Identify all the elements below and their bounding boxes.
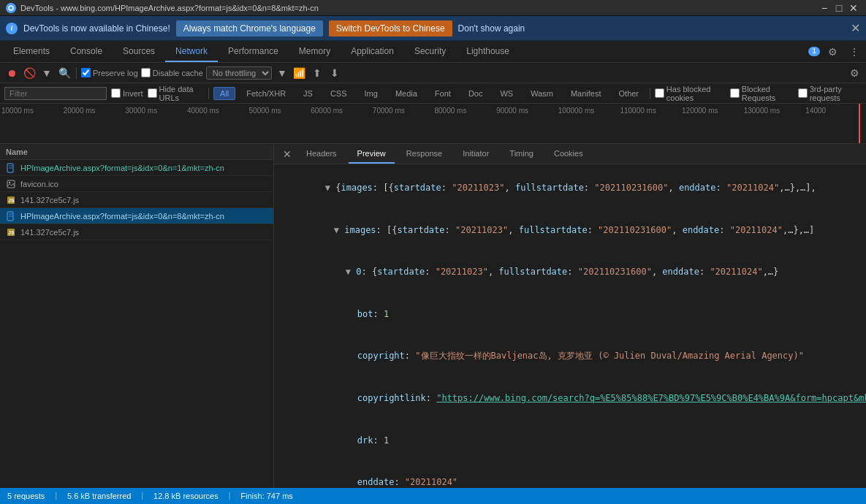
- import-icon[interactable]: ⬆: [310, 66, 324, 80]
- tl-90000: 90000 ms: [495, 107, 557, 115]
- close-button[interactable]: ✕: [847, 1, 860, 15]
- filter-all-button[interactable]: All: [213, 87, 235, 100]
- filter-ws-button[interactable]: WS: [493, 87, 520, 100]
- wifi-icon[interactable]: 📶: [292, 66, 307, 80]
- export-icon[interactable]: ⬇: [327, 66, 342, 80]
- tab-memory[interactable]: Memory: [289, 42, 341, 62]
- file-row-3[interactable]: JS 141.327ce5c7.js: [0, 192, 273, 208]
- file-row-1[interactable]: HPImageArchive.aspx?format=js&idx=0&n=1&…: [0, 160, 273, 176]
- separator-1: [76, 67, 77, 79]
- has-blocked-label[interactable]: Has blocked cookies: [655, 85, 726, 102]
- svg-point-1: [10, 7, 12, 9]
- filter-manifest-button[interactable]: Manifest: [564, 87, 608, 100]
- settings-toolbar-icon[interactable]: ⚙: [847, 66, 862, 80]
- svg-point-6: [9, 181, 10, 183]
- expand-icon-0[interactable]: ▼: [325, 183, 335, 193]
- file-name-5: 141.327ce5c7.js: [20, 228, 79, 237]
- tab-response[interactable]: Response: [398, 145, 452, 164]
- throttle-dropdown-icon[interactable]: ▼: [275, 66, 289, 80]
- tab-timing[interactable]: Timing: [501, 145, 542, 164]
- blocked-requests-label[interactable]: Blocked Requests: [730, 85, 794, 102]
- filter-fetch-xhr-button[interactable]: Fetch/XHR: [240, 87, 292, 100]
- search-icon[interactable]: 🔍: [57, 66, 72, 80]
- clear-button[interactable]: 🚫: [22, 66, 37, 80]
- switch-chinese-button[interactable]: Switch DevTools to Chinese: [329, 20, 452, 37]
- tab-console[interactable]: Console: [60, 42, 113, 62]
- title-bar: DevTools - www.bing.com/HPImageArchive.a…: [0, 0, 866, 16]
- record-button[interactable]: ⏺: [4, 66, 19, 80]
- filter-wasm-button[interactable]: Wasm: [524, 87, 560, 100]
- expand-icon-2[interactable]: ▼: [346, 267, 356, 277]
- tab-cookies[interactable]: Cookies: [545, 145, 592, 164]
- preview-content[interactable]: ▼ {images: [{startdate: "20211023", full…: [274, 164, 866, 488]
- file-row-5[interactable]: JS 141.327ce5c7.js: [0, 224, 273, 240]
- invert-checkbox[interactable]: [111, 88, 121, 98]
- throttle-select[interactable]: No throttling: [206, 66, 272, 80]
- tl-50000: 50000 ms: [248, 107, 310, 115]
- tab-performance[interactable]: Performance: [218, 42, 289, 62]
- close-preview-button[interactable]: ✕: [280, 148, 295, 160]
- file-row-4[interactable]: HPImageArchive.aspx?format=js&idx=0&n=8&…: [0, 208, 273, 224]
- file-list-panel: Name HPImageArchive.aspx?format=js&idx=0…: [0, 144, 274, 488]
- filter-doc-button[interactable]: Doc: [462, 87, 490, 100]
- json-line-0[interactable]: ▼ {images: [{startdate: "20211023", full…: [274, 167, 866, 210]
- filter-css-button[interactable]: CSS: [324, 87, 354, 100]
- filter-js-button[interactable]: JS: [297, 87, 319, 100]
- hide-data-urls-checkbox[interactable]: [148, 88, 157, 98]
- invert-label[interactable]: Invert: [111, 88, 143, 98]
- preserve-log-label[interactable]: Preserve log: [81, 68, 138, 77]
- status-bar: 5 requests | 5.6 kB transferred | 12.8 k…: [0, 488, 866, 504]
- expand-icon-1[interactable]: ▼: [334, 225, 344, 235]
- tl-60000: 60000 ms: [309, 107, 371, 115]
- filter-img-button[interactable]: Img: [358, 87, 384, 100]
- third-party-checkbox[interactable]: [798, 88, 808, 98]
- third-party-label[interactable]: 3rd-party requests: [798, 85, 862, 102]
- tab-preview[interactable]: Preview: [349, 145, 395, 164]
- disable-cache-label[interactable]: Disable cache: [141, 68, 203, 77]
- filter-separator-2: [650, 88, 650, 99]
- info-bar-close-button[interactable]: ✕: [851, 21, 860, 35]
- svg-text:JS: JS: [8, 230, 14, 236]
- timeline-cursor: [859, 104, 860, 143]
- tl-20000: 20000 ms: [62, 107, 124, 115]
- filter-media-button[interactable]: Media: [389, 87, 424, 100]
- tab-sources[interactable]: Sources: [113, 42, 165, 62]
- requests-count: 5 requests: [7, 492, 45, 500]
- disable-cache-checkbox[interactable]: [141, 68, 151, 77]
- name-column-header: Name: [0, 144, 273, 160]
- maximize-button[interactable]: □: [832, 1, 846, 15]
- tl-100000: 100000 ms: [557, 107, 619, 115]
- more-options-icon[interactable]: ⋮: [846, 45, 863, 59]
- hide-data-urls-label[interactable]: Hide data URLs: [148, 85, 205, 102]
- filter-font-button[interactable]: Font: [428, 87, 457, 100]
- tab-headers[interactable]: Headers: [297, 145, 346, 164]
- match-language-button[interactable]: Always match Chrome's language: [176, 20, 323, 37]
- minimize-button[interactable]: −: [818, 1, 831, 15]
- transferred-size: 5.6 kB transferred: [67, 492, 131, 500]
- tab-lighthouse[interactable]: Lighthouse: [456, 42, 520, 62]
- preserve-log-checkbox[interactable]: [81, 68, 91, 77]
- filter-other-button[interactable]: Other: [612, 87, 646, 100]
- filter-input[interactable]: [4, 87, 107, 100]
- tl-80000: 80000 ms: [433, 107, 495, 115]
- json-line-bot: bot: 1: [274, 294, 866, 336]
- sep1: |: [53, 492, 58, 500]
- tab-security[interactable]: Security: [404, 42, 456, 62]
- filter-icon[interactable]: ▼: [39, 66, 54, 80]
- main-content: Name HPImageArchive.aspx?format=js&idx=0…: [0, 144, 866, 488]
- has-blocked-checkbox[interactable]: [655, 88, 664, 98]
- tab-network[interactable]: Network: [165, 42, 218, 62]
- tab-initiator[interactable]: Initiator: [454, 145, 498, 164]
- dismiss-link[interactable]: Don't show again: [458, 23, 525, 34]
- info-message: DevTools is now available in Chinese!: [23, 23, 170, 34]
- json-line-2[interactable]: ▼ 0: {startdate: "20211023", fullstartda…: [274, 251, 866, 294]
- tab-application[interactable]: Application: [341, 42, 404, 62]
- blocked-requests-checkbox[interactable]: [730, 88, 740, 98]
- file-row-2[interactable]: favicon.ico: [0, 176, 273, 192]
- json-line-copyrightlink: copyrightlink: "https://www.bing.com/sea…: [274, 378, 866, 420]
- json-line-1[interactable]: ▼ images: [{startdate: "20211023", fulls…: [274, 210, 866, 252]
- tl-130000: 130000 ms: [742, 107, 805, 115]
- tab-elements[interactable]: Elements: [3, 42, 60, 62]
- json-line-enddate: enddate: "20211024": [274, 462, 866, 488]
- settings-icon[interactable]: ⚙: [824, 45, 841, 59]
